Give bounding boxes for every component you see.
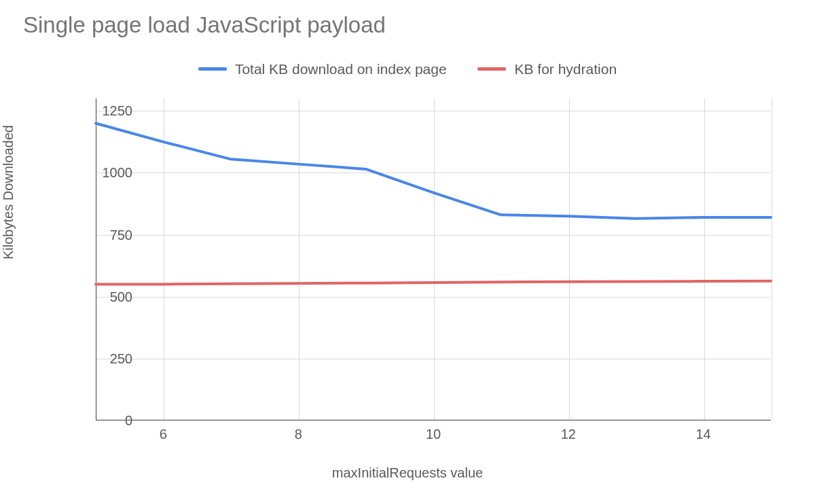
x-tick-label: 10 — [426, 427, 441, 442]
y-tick-label: 500 — [71, 289, 132, 304]
legend-item-0: Total KB download on index page — [198, 61, 447, 77]
x-axis-title: maxInitialRequests value — [0, 465, 815, 481]
y-axis-title: Kilobytes Downloaded — [1, 125, 16, 259]
legend-swatch-1 — [477, 67, 506, 71]
x-tick-label: 14 — [695, 427, 710, 442]
x-tick-label: 6 — [160, 427, 167, 442]
series-line-0 — [96, 123, 771, 218]
y-tick-label: 1000 — [71, 165, 132, 181]
legend-item-1: KB for hydration — [477, 61, 617, 77]
gridline-v — [772, 98, 772, 420]
chart-lines — [96, 98, 771, 420]
legend-label-0: Total KB download on index page — [235, 61, 447, 77]
chart-container: Single page load JavaScript payload Tota… — [0, 0, 815, 504]
y-tick-label: 750 — [71, 227, 132, 242]
x-tick-label: 8 — [295, 427, 302, 442]
legend-label-1: KB for hydration — [514, 61, 617, 77]
x-tick-label: 12 — [561, 427, 576, 442]
chart-legend: Total KB download on index page KB for h… — [0, 58, 815, 77]
y-tick-label: 250 — [71, 350, 132, 366]
y-tick-label: 0 — [71, 413, 132, 429]
series-line-1 — [96, 281, 771, 285]
plot-area — [96, 98, 771, 420]
y-tick-label: 1250 — [71, 103, 132, 119]
chart-title: Single page load JavaScript payload — [23, 12, 386, 38]
legend-swatch-0 — [198, 67, 227, 71]
